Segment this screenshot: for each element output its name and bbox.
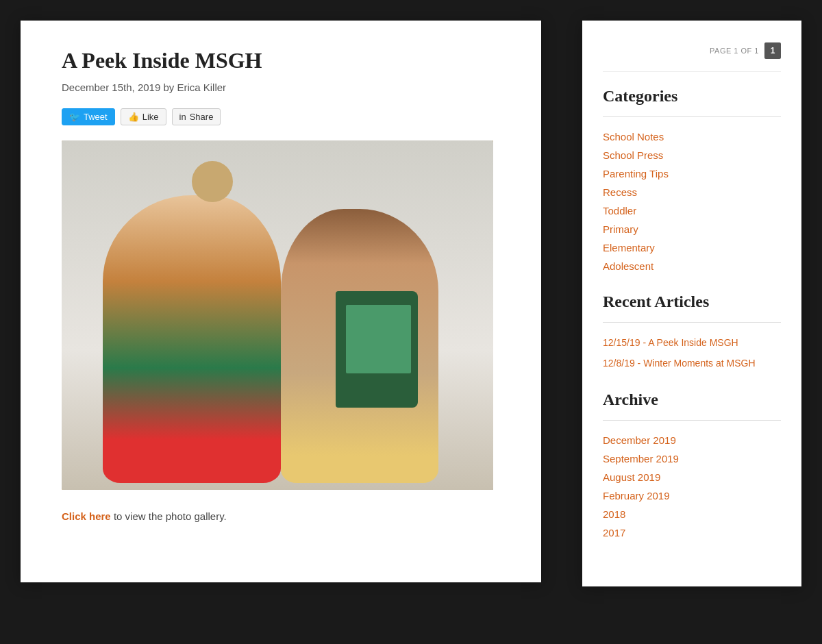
pagination-label: PAGE 1 OF 1 [710, 47, 759, 55]
sidebar-panel: PAGE 1 OF 1 1 Categories School NotesSch… [582, 21, 801, 586]
like-button[interactable]: 👍 Like [121, 108, 166, 125]
recent-articles-list: 12/15/19 - A Peek Inside MSGH12/8/19 - W… [603, 336, 781, 370]
archive-link[interactable]: 2018 [603, 508, 781, 520]
like-label: Like [142, 112, 159, 122]
archive-section: Archive December 2019September 2019Augus… [603, 391, 781, 538]
clock-decoration [192, 161, 233, 202]
category-link[interactable]: Recess [603, 186, 781, 198]
article-meta: December 15th, 2019 by Erica Killer [62, 82, 507, 93]
categories-list: School NotesSchool PressParenting TipsRe… [603, 131, 781, 272]
article-panel: A Peek Inside MSGH December 15th, 2019 b… [21, 21, 541, 582]
category-link[interactable]: Parenting Tips [603, 168, 781, 179]
category-link[interactable]: Elementary [603, 242, 781, 253]
book-decoration [336, 291, 418, 408]
twitter-icon: 🐦 [69, 112, 80, 122]
cta-suffix: to view the photo gallery. [114, 510, 227, 522]
categories-heading: Categories [603, 87, 781, 106]
archive-heading: Archive [603, 391, 781, 409]
archive-link[interactable]: September 2019 [603, 453, 781, 465]
category-link[interactable]: School Notes [603, 131, 781, 143]
category-link[interactable]: Toddler [603, 205, 781, 216]
recent-article-link[interactable]: 12/8/19 - Winter Moments at MSGH [603, 357, 781, 371]
archive-link[interactable]: 2017 [603, 527, 781, 538]
tweet-label: Tweet [84, 112, 108, 122]
archive-list: December 2019September 2019August 2019Fe… [603, 434, 781, 538]
category-link[interactable]: Primary [603, 223, 781, 235]
share-icon: in [179, 112, 186, 122]
share-button[interactable]: in Share [172, 108, 221, 125]
article-image [62, 140, 493, 490]
thumbs-up-icon: 👍 [128, 112, 139, 122]
archive-divider [603, 420, 781, 421]
page-wrapper: A Peek Inside MSGH December 15th, 2019 b… [21, 21, 801, 582]
recent-articles-section: Recent Articles 12/15/19 - A Peek Inside… [603, 293, 781, 370]
pagination-bar: PAGE 1 OF 1 1 [603, 34, 781, 72]
article-cta: Click here to view the photo gallery. [62, 510, 507, 522]
archive-link[interactable]: December 2019 [603, 434, 781, 446]
social-buttons-row: 🐦 Tweet 👍 Like in Share [62, 108, 507, 125]
categories-section: Categories School NotesSchool PressParen… [603, 87, 781, 272]
article-title: A Peek Inside MSGH [62, 48, 507, 73]
share-label: Share [190, 112, 214, 122]
tweet-button[interactable]: 🐦 Tweet [62, 108, 115, 125]
recent-articles-heading: Recent Articles [603, 293, 781, 311]
recent-articles-divider [603, 322, 781, 323]
recent-article-link[interactable]: 12/15/19 - A Peek Inside MSGH [603, 336, 781, 350]
archive-link[interactable]: August 2019 [603, 471, 781, 483]
pagination-current[interactable]: 1 [764, 42, 781, 59]
category-link[interactable]: Adolescent [603, 260, 781, 272]
categories-divider [603, 116, 781, 117]
category-link[interactable]: School Press [603, 149, 781, 161]
archive-link[interactable]: February 2019 [603, 490, 781, 501]
gallery-link[interactable]: Click here [62, 510, 111, 522]
